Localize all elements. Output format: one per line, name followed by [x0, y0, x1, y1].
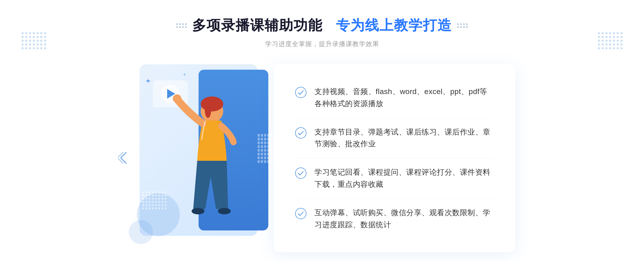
- feature-text-2: 支持章节目录、弹题考试、课后练习、课后作业、章节测验、批改作业: [314, 126, 494, 150]
- left-arrows-deco: [118, 151, 129, 166]
- header-section: 多项录播课辅助功能 专为线上教学打造 学习进度全掌握，提升录播课教学效果: [176, 16, 467, 48]
- feature-item-1: 支持视频、音频、flash、word、excel、ppt、pdf等各种格式的资源…: [295, 78, 494, 118]
- page-title: 多项录播课辅助功能 专为线上教学打造: [192, 16, 452, 35]
- page-wrapper: 多项录播课辅助功能 专为线上教学打造 学习进度全掌握，提升录播课教学效果: [0, 0, 644, 261]
- features-area: 支持视频、音频、flash、word、excel、ppt、pdf等各种格式的资源…: [274, 64, 515, 252]
- svg-point-5: [218, 208, 231, 214]
- feature-item-3: 学习笔记回看、课程提问、课程评论打分、课件资料下载，重点内容收藏: [295, 158, 494, 199]
- svg-point-7: [295, 128, 306, 138]
- title-part1: 多项录播课辅助功能: [192, 17, 323, 33]
- title-dots-left: [176, 23, 187, 28]
- deco-dots-left: [21, 32, 46, 49]
- deco-dots-right: [598, 32, 623, 49]
- human-figure: [161, 86, 247, 241]
- check-icon-3: [295, 167, 306, 179]
- sparkle-deco-1: [145, 78, 151, 85]
- title-wrapper: 多项录播课辅助功能 专为线上教学打造: [176, 16, 467, 35]
- check-icon-1: [295, 87, 306, 98]
- check-icon-2: [295, 127, 306, 139]
- svg-point-3: [173, 94, 181, 103]
- title-dots-right: [457, 23, 468, 28]
- check-icon-4: [295, 208, 306, 219]
- svg-point-1: [201, 96, 223, 111]
- content-section: 支持视频、音频、flash、word、excel、ppt、pdf等各种格式的资源…: [129, 64, 515, 252]
- svg-point-9: [295, 208, 306, 219]
- illustration-area: [129, 64, 279, 252]
- svg-point-6: [295, 87, 306, 98]
- feature-text-4: 互动弹幕、试听购买、微信分享、观看次数限制、学习进度跟踪、数据统计: [314, 207, 494, 231]
- feature-text-3: 学习笔记回看、课程提问、课程评论打分、课件资料下载，重点内容收藏: [314, 166, 494, 191]
- svg-point-4: [192, 208, 204, 214]
- feature-item-2: 支持章节目录、弹题考试、课后练习、课后作业、章节测验、批改作业: [295, 118, 494, 159]
- svg-point-8: [295, 168, 306, 178]
- sparkle-deco-2: [182, 72, 187, 78]
- title-part2: 专为线上教学打造: [336, 17, 452, 33]
- stripe-deco: [258, 134, 274, 166]
- page-subtitle: 学习进度全掌握，提升录播课教学效果: [176, 40, 467, 48]
- feature-text-1: 支持视频、音频、flash、word、excel、ppt、pdf等各种格式的资源…: [314, 86, 494, 110]
- svg-point-2: [205, 102, 211, 118]
- feature-item-4: 互动弹幕、试听购买、微信分享、观看次数限制、学习进度跟踪、数据统计: [295, 199, 494, 239]
